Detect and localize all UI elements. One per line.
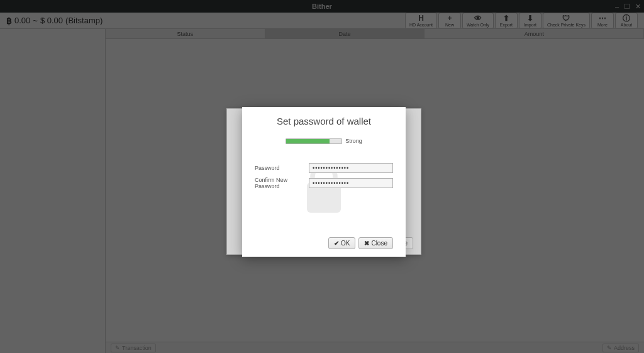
- strength-label: Strong: [345, 138, 362, 144]
- dialog-buttons: ✔ OK ✖ Close: [255, 237, 393, 249]
- ok-button[interactable]: ✔ OK: [328, 237, 355, 249]
- password-input[interactable]: [309, 163, 393, 173]
- confirm-password-input[interactable]: [309, 178, 393, 188]
- password-strength: Strong: [255, 138, 393, 144]
- strength-bar: [286, 138, 342, 144]
- close-icon: ✖: [364, 240, 369, 247]
- password-row: Password: [255, 163, 393, 173]
- password-label: Password: [255, 165, 305, 171]
- close-button[interactable]: ✖ Close: [358, 237, 393, 249]
- strength-fill: [286, 139, 330, 143]
- confirm-label: Confirm New Password: [255, 177, 305, 189]
- dialog-title: Set password of wallet: [255, 116, 393, 126]
- check-icon: ✔: [334, 240, 339, 247]
- confirm-row: Confirm New Password: [255, 177, 393, 189]
- password-dialog: Set password of wallet Strong Password C…: [242, 107, 406, 257]
